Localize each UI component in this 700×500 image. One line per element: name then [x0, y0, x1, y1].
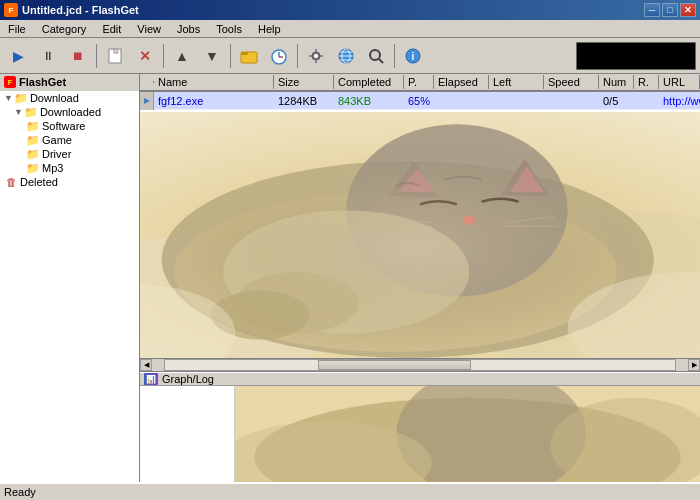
new-icon — [106, 47, 124, 65]
browse-icon — [239, 47, 259, 65]
scroll-left-button[interactable]: ◀ — [140, 359, 152, 371]
options-button[interactable] — [302, 42, 330, 70]
new-button[interactable] — [101, 42, 129, 70]
scroll-track[interactable] — [164, 359, 676, 371]
table-row[interactable]: ▶ fgf12.exe 1284KB 843KB 65% 0/5 http://… — [140, 92, 700, 110]
globe-icon — [337, 47, 355, 65]
restore-button[interactable]: □ — [662, 3, 678, 17]
pause-button[interactable]: ⏸ — [34, 42, 62, 70]
sidebar-item-software[interactable]: 📁 Software — [0, 119, 139, 133]
preview-box — [576, 42, 696, 70]
titlebar-left: F Untitled.jcd - FlashGet — [4, 3, 139, 17]
play-button[interactable]: ▶ — [4, 42, 32, 70]
browse-button[interactable] — [235, 42, 263, 70]
menubar: File Category Edit View Jobs Tools Help — [0, 20, 700, 38]
menu-tools[interactable]: Tools — [212, 22, 246, 36]
move-up-button[interactable]: ▲ — [168, 42, 196, 70]
menu-help[interactable]: Help — [254, 22, 285, 36]
menu-category[interactable]: Category — [38, 22, 91, 36]
svg-rect-9 — [315, 49, 317, 52]
close-button[interactable]: ✕ — [680, 3, 696, 17]
svg-rect-11 — [309, 55, 312, 57]
svg-line-19 — [379, 59, 383, 63]
sidebar-item-driver[interactable]: 📁 Driver — [0, 147, 139, 161]
content-area: Name Size Completed P. Elapsed Left Spee… — [140, 74, 700, 482]
window-title: Untitled.jcd - FlashGet — [22, 4, 139, 16]
expand-icon-downloaded: ▼ — [14, 107, 23, 117]
sidebar-item-deleted[interactable]: 🗑 Deleted — [0, 175, 139, 189]
sidebar-deleted-label: Deleted — [20, 176, 58, 188]
site-button[interactable] — [332, 42, 360, 70]
schedule-button[interactable] — [265, 42, 293, 70]
statusbar: Ready — [0, 482, 700, 500]
file-name: fgf12.exe — [154, 95, 274, 107]
sidebar-download-label: Download — [30, 92, 79, 104]
file-list: ▶ fgf12.exe 1284KB 843KB 65% 0/5 http://… — [140, 92, 700, 112]
sidebar-item-downloaded[interactable]: ▼ 📁 Downloaded — [0, 105, 139, 119]
move-down-button[interactable]: ▼ — [198, 42, 226, 70]
folder-software-icon: 📁 — [26, 121, 40, 132]
play-icon: ▶ — [144, 96, 150, 105]
folder-game-icon: 📁 — [26, 135, 40, 146]
svg-rect-0 — [109, 49, 121, 63]
graph-kitten-svg — [235, 386, 700, 482]
graph-label: Graph/Log — [162, 373, 214, 385]
sidebar-item-mp3[interactable]: 📁 Mp3 — [0, 161, 139, 175]
svg-rect-12 — [320, 55, 323, 57]
sep4 — [297, 44, 298, 68]
graph-right — [235, 386, 700, 482]
schedule-icon — [270, 47, 288, 65]
folder-downloaded-icon: 📁 — [24, 107, 38, 118]
sidebar-downloaded-label: Downloaded — [40, 106, 101, 118]
menu-view[interactable]: View — [133, 22, 165, 36]
sidebar-header: F FlashGet — [0, 74, 139, 91]
col-indicator — [140, 81, 154, 83]
graph-section: 📊 Graph/Log — [140, 372, 700, 482]
sep1 — [96, 44, 97, 68]
sidebar-item-download[interactable]: ▼ 📁 Download — [0, 91, 139, 105]
info-button[interactable]: i — [399, 42, 427, 70]
col-left: Left — [489, 75, 544, 89]
minimize-button[interactable]: ─ — [644, 3, 660, 17]
svg-point-18 — [370, 50, 380, 60]
file-completed: 843KB — [334, 95, 404, 107]
col-url: URL — [659, 75, 700, 89]
scroll-thumb[interactable] — [318, 360, 471, 370]
trash-icon: 🗑 — [4, 177, 18, 188]
folder-download-icon: 📁 — [14, 93, 28, 104]
gear-icon — [307, 47, 325, 65]
menu-jobs[interactable]: Jobs — [173, 22, 204, 36]
sidebar-mp3-label: Mp3 — [42, 162, 63, 174]
kitten-svg — [140, 112, 700, 358]
folder-mp3-icon: 📁 — [26, 163, 40, 174]
preview-area — [140, 112, 700, 358]
col-num: Num — [599, 75, 634, 89]
col-elapsed: Elapsed — [434, 75, 489, 89]
col-r: R. — [634, 75, 659, 89]
sidebar-item-game[interactable]: 📁 Game — [0, 133, 139, 147]
horizontal-scrollbar[interactable]: ◀ ▶ — [140, 358, 700, 372]
delete-button[interactable]: ✕ — [131, 42, 159, 70]
file-num: 0/5 — [599, 95, 634, 107]
graph-header: 📊 Graph/Log — [140, 372, 700, 386]
find-button[interactable] — [362, 42, 390, 70]
row-indicator: ▶ — [140, 92, 154, 110]
sep3 — [230, 44, 231, 68]
graph-icon: 📊 — [144, 373, 158, 385]
col-progress: P. — [404, 75, 434, 89]
file-url: http://www. — [659, 95, 700, 107]
titlebar-buttons: ─ □ ✕ — [644, 3, 696, 17]
graph-left — [140, 386, 235, 482]
titlebar: F Untitled.jcd - FlashGet ─ □ ✕ — [0, 0, 700, 20]
find-icon — [367, 47, 385, 65]
sep2 — [163, 44, 164, 68]
menu-edit[interactable]: Edit — [98, 22, 125, 36]
folder-driver-icon: 📁 — [26, 149, 40, 160]
menu-file[interactable]: File — [4, 22, 30, 36]
svg-point-40 — [223, 149, 617, 346]
stop-button[interactable]: ⏹ — [64, 42, 92, 70]
status-text: Ready — [4, 486, 36, 498]
scroll-right-button[interactable]: ▶ — [688, 359, 700, 371]
flashget-icon: F — [4, 76, 16, 88]
svg-point-8 — [314, 54, 318, 58]
